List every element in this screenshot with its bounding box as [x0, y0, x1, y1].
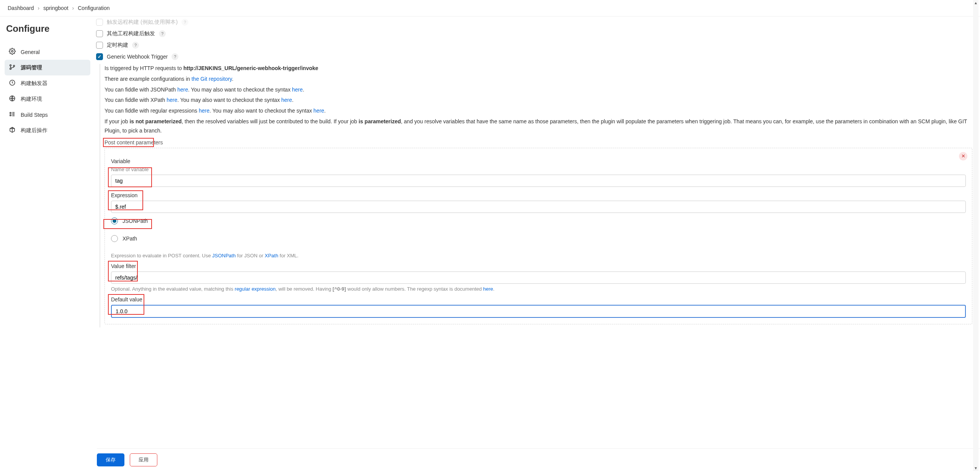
nav-label: 构建环境	[21, 96, 42, 103]
input-value-filter[interactable]	[111, 271, 966, 284]
desc-jsonpath: You can fiddle with JSONPath here. You m…	[105, 85, 972, 95]
trigger-remote: 触发远程构建 (例如,使用脚本) ?	[95, 16, 972, 28]
link-jsonpath[interactable]: JSONPath	[212, 253, 235, 258]
scroll-up-icon: ▲	[973, 1, 978, 5]
svg-point-0	[11, 51, 13, 52]
link-here[interactable]: here	[199, 108, 209, 114]
trigger-webhook: Generic Webhook Trigger ?	[95, 51, 972, 62]
link-git-repo[interactable]: the Git repository	[191, 76, 232, 82]
crumb-page[interactable]: Configuration	[78, 5, 109, 11]
scrollbar[interactable]: ▲ ▼	[973, 0, 978, 358]
desc-repo: There are example configurations in the …	[105, 75, 972, 84]
label-name: Name of variable	[111, 167, 966, 172]
nav-label: General	[21, 49, 40, 55]
link-here[interactable]: here	[167, 97, 177, 103]
chevron-right-icon: ›	[38, 5, 40, 11]
hint-expression: Expression to evaluate in POST content. …	[111, 253, 966, 258]
help-icon[interactable]: ?	[132, 42, 139, 49]
variable-panel: ✕ Variable Name of variable Expression	[105, 148, 972, 324]
hint-filter: Optional. Anything in the evaluated valu…	[111, 286, 966, 292]
label-expression: Expression	[111, 192, 966, 198]
trigger-label: Generic Webhook Trigger	[107, 54, 168, 60]
radio-xpath[interactable]	[111, 235, 118, 242]
input-variable-name[interactable]	[111, 175, 966, 187]
page-title: Configure	[5, 23, 90, 34]
help-icon[interactable]: ?	[172, 53, 178, 60]
trigger-schedule: 定时构建 ?	[95, 39, 972, 51]
nav-label: 构建触发器	[21, 80, 47, 87]
chevron-right-icon: ›	[72, 5, 74, 11]
main-content: 触发远程构建 (例如,使用脚本) ? 其他工程构建后触发 ? 定时构建 ? Ge…	[95, 16, 980, 358]
nav-post-build[interactable]: 构建后操作	[5, 123, 90, 138]
section-post-params: Post content parameters	[105, 139, 972, 146]
desc-xpath: You can fiddle with XPath here. You may …	[105, 96, 972, 105]
svg-point-2	[10, 68, 11, 70]
crumb-project[interactable]: springboot	[43, 5, 68, 11]
link-regex[interactable]: regular expression	[235, 286, 276, 292]
label-default-value: Default value	[111, 296, 966, 303]
link-here[interactable]: here	[177, 87, 188, 93]
input-default-value[interactable]	[111, 305, 966, 318]
desc-params: If your job is not parameterized, then t…	[105, 117, 972, 136]
radio-xpath-row: XPath	[111, 235, 966, 242]
input-expression[interactable]	[111, 201, 966, 213]
svg-point-3	[13, 65, 15, 67]
steps-icon	[9, 111, 16, 119]
trigger-upstream: 其他工程构建后触发 ?	[95, 28, 972, 39]
clock-icon	[9, 79, 16, 87]
nav-scm[interactable]: 源码管理	[5, 60, 90, 75]
link-here[interactable]: here	[483, 286, 493, 292]
webhook-config: Is triggered by HTTP requests to http://…	[100, 64, 972, 327]
trigger-label: 定时构建	[107, 42, 128, 49]
nav-label: 源码管理	[21, 64, 42, 71]
trigger-label: 其他工程构建后触发	[107, 30, 155, 37]
label-variable: Variable	[111, 158, 966, 164]
desc-url: Is triggered by HTTP requests to http://…	[105, 64, 972, 73]
nav-env[interactable]: 构建环境	[5, 91, 90, 107]
help-icon[interactable]: ?	[181, 19, 188, 26]
nav-label: 构建后操作	[21, 127, 47, 134]
link-here[interactable]: here	[314, 108, 324, 114]
link-here[interactable]: here	[292, 87, 303, 93]
radio-label: XPath	[122, 236, 137, 242]
nav-triggers[interactable]: 构建触发器	[5, 75, 90, 91]
nav-build-steps[interactable]: Build Steps	[5, 107, 90, 123]
checkbox-checked[interactable]	[96, 53, 103, 60]
checkbox[interactable]	[96, 42, 103, 49]
radio-jsonpath-row: JSONPath	[111, 218, 966, 224]
link-here[interactable]: here	[281, 97, 292, 103]
nav-general[interactable]: General	[5, 44, 90, 60]
globe-icon	[9, 95, 16, 103]
help-icon[interactable]: ?	[159, 30, 166, 37]
trigger-label: 触发远程构建 (例如,使用脚本)	[107, 19, 178, 26]
gear-icon	[9, 48, 16, 56]
sidebar: Configure General 源码管理 构建触发器 构建环境 Build …	[0, 16, 95, 358]
crumb-dashboard[interactable]: Dashboard	[8, 5, 34, 11]
svg-point-1	[10, 65, 11, 66]
radio-jsonpath[interactable]	[111, 218, 118, 224]
desc-regex: You can fiddle with regular expressions …	[105, 106, 972, 116]
checkbox[interactable]	[96, 30, 103, 37]
package-icon	[9, 126, 16, 134]
branch-icon	[9, 64, 16, 72]
breadcrumb: Dashboard › springboot › Configuration	[0, 0, 980, 16]
radio-label: JSONPath	[122, 218, 148, 224]
checkbox[interactable]	[96, 19, 103, 26]
nav-label: Build Steps	[21, 112, 48, 118]
label-value-filter: Value filter	[111, 263, 966, 269]
link-xpath[interactable]: XPath	[265, 253, 278, 258]
